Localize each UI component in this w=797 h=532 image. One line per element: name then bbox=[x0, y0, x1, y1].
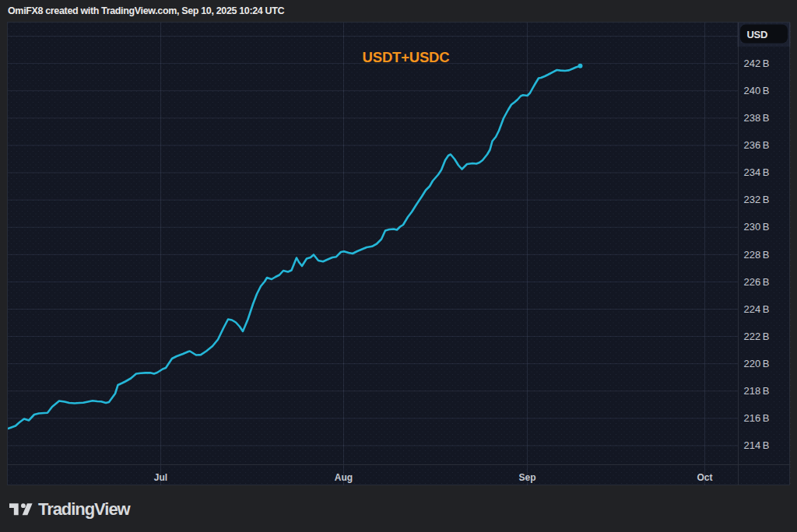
svg-text:USDT+USDC: USDT+USDC bbox=[363, 49, 450, 65]
svg-text:236 B: 236 B bbox=[744, 139, 770, 151]
svg-text:222 B: 222 B bbox=[744, 331, 770, 342]
svg-text:228 B: 228 B bbox=[744, 249, 770, 261]
svg-text:218 B: 218 B bbox=[744, 385, 770, 397]
svg-text:Aug: Aug bbox=[335, 472, 353, 483]
svg-text:220 B: 220 B bbox=[744, 358, 770, 369]
svg-text:242 B: 242 B bbox=[744, 58, 770, 69]
svg-text:240 B: 240 B bbox=[744, 85, 770, 96]
svg-text:214 B: 214 B bbox=[744, 439, 770, 451]
svg-text:224 B: 224 B bbox=[744, 303, 770, 315]
svg-text:232 B: 232 B bbox=[744, 194, 770, 205]
svg-text:Oct: Oct bbox=[697, 472, 712, 483]
svg-text:Sep: Sep bbox=[518, 472, 535, 483]
svg-text:230 B: 230 B bbox=[744, 221, 770, 233]
svg-text:226 B: 226 B bbox=[744, 276, 770, 288]
svg-text:238 B: 238 B bbox=[744, 112, 770, 124]
svg-text:USD: USD bbox=[747, 29, 768, 40]
svg-text:216 B: 216 B bbox=[744, 412, 770, 424]
svg-text:Jul: Jul bbox=[154, 472, 167, 483]
svg-text:234 B: 234 B bbox=[744, 166, 770, 178]
